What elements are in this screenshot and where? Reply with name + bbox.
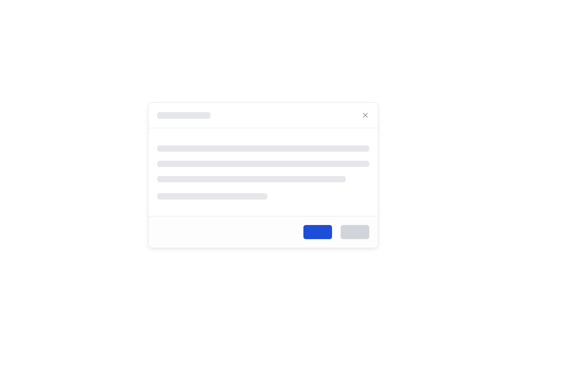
modal-footer <box>149 216 378 248</box>
secondary-button[interactable] <box>341 225 369 239</box>
modal-header <box>149 103 378 128</box>
primary-button[interactable] <box>303 225 332 239</box>
close-button[interactable] <box>361 111 369 119</box>
body-line-skeleton <box>157 145 369 152</box>
body-line-skeleton <box>157 193 267 200</box>
body-line-skeleton <box>157 161 369 167</box>
body-line-skeleton <box>157 176 346 182</box>
close-icon <box>361 111 369 119</box>
modal-title-skeleton <box>157 112 211 119</box>
modal-body <box>149 128 378 216</box>
modal-dialog <box>148 102 378 248</box>
